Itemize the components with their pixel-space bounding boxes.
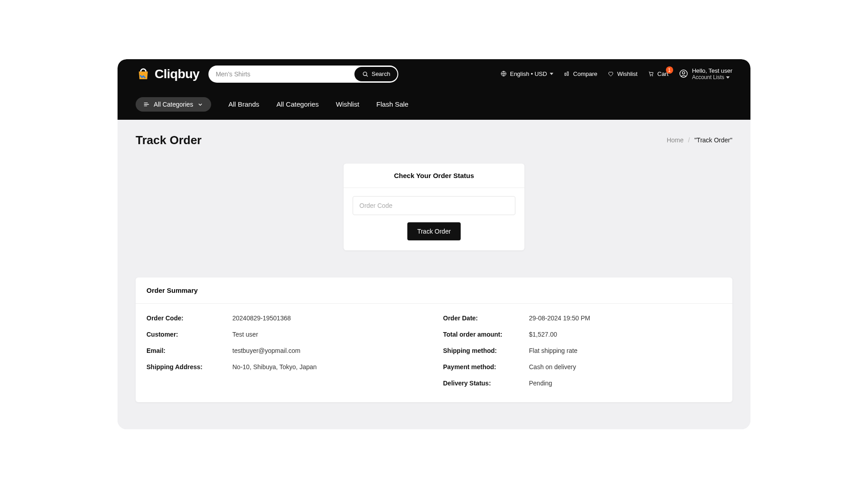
language-currency-selector[interactable]: English • USD — [500, 70, 553, 77]
user-icon — [679, 69, 689, 79]
label-order-code: Order Code: — [146, 314, 232, 322]
track-order-button[interactable]: Track Order — [407, 222, 461, 240]
compare-label: Compare — [573, 70, 597, 77]
value-email: testbuyer@yopmail.com — [232, 347, 425, 354]
label-delivery-status: Delivery Status: — [443, 380, 529, 387]
value-customer: Test user — [232, 331, 425, 338]
page-body: Track Order Home / "Track Order" Check Y… — [118, 120, 750, 429]
menu-icon — [143, 101, 150, 108]
order-summary-heading: Order Summary — [136, 277, 732, 304]
search-button[interactable]: Search — [354, 67, 397, 81]
search-input[interactable] — [216, 70, 354, 78]
summary-row-shipping-address: Shipping Address: No-10, Shibuya, Tokyo,… — [146, 363, 425, 371]
compare-icon — [563, 70, 571, 77]
summary-row-shipping-method: Shipping method: Flat shipping rate — [443, 347, 722, 354]
summary-row-payment-method: Payment method: Cash on delivery — [443, 363, 722, 371]
nav-all-brands[interactable]: All Brands — [228, 100, 259, 108]
chevron-down-icon — [197, 101, 204, 108]
account-menu[interactable]: Hello, Test user Account Lists — [679, 67, 732, 81]
breadcrumb-current: "Track Order" — [694, 136, 732, 144]
nav-all-categories[interactable]: All Categories — [277, 100, 319, 108]
chevron-down-icon — [726, 76, 730, 79]
summary-row-email: Email: testbuyer@yopmail.com — [146, 347, 425, 354]
label-shipping-address: Shipping Address: — [146, 363, 232, 371]
label-email: Email: — [146, 347, 232, 354]
cart-icon — [647, 70, 655, 77]
label-order-date: Order Date: — [443, 314, 529, 322]
wishlist-link[interactable]: Wishlist — [607, 70, 637, 77]
check-status-heading: Check Your Order Status — [344, 164, 524, 188]
summary-column-left: Order Code: 20240829-19501368 Customer: … — [146, 314, 425, 387]
search-bar: Search — [208, 66, 398, 83]
cart-badge: 1 — [666, 66, 673, 74]
heart-icon — [607, 70, 614, 77]
header: Cliqbuy Search English • USD — [118, 59, 750, 120]
account-sub-label: Account Lists — [692, 74, 724, 80]
account-greeting: Hello, Test user — [692, 67, 732, 75]
bag-icon — [136, 66, 151, 82]
summary-row-order-date: Order Date: 29-08-2024 19:50 PM — [443, 314, 722, 322]
label-customer: Customer: — [146, 331, 232, 338]
value-shipping-address: No-10, Shibuya, Tokyo, Japan — [232, 363, 425, 371]
all-categories-pill[interactable]: All Categories — [136, 97, 211, 112]
label-shipping-method: Shipping method: — [443, 347, 529, 354]
brand-name: Cliqbuy — [155, 67, 199, 81]
svg-point-0 — [363, 72, 367, 75]
summary-row-order-code: Order Code: 20240829-19501368 — [146, 314, 425, 322]
nav-flash-sale[interactable]: Flash Sale — [377, 100, 409, 108]
page-title: Track Order — [136, 133, 202, 147]
wishlist-label: Wishlist — [617, 70, 637, 77]
compare-link[interactable]: Compare — [563, 70, 597, 77]
svg-point-7 — [682, 72, 685, 75]
order-summary-card: Order Summary Order Code: 20240829-19501… — [136, 277, 732, 402]
label-total-amount: Total order amount: — [443, 331, 529, 338]
value-shipping-method: Flat shipping rate — [529, 347, 722, 354]
language-label: English • USD — [510, 70, 547, 77]
main-nav: All Categories All Brands All Categories… — [136, 89, 732, 120]
cart-link[interactable]: Cart 1 — [647, 70, 669, 77]
value-total-amount: $1,527.00 — [529, 331, 722, 338]
summary-column-right: Order Date: 29-08-2024 19:50 PM Total or… — [443, 314, 722, 387]
chevron-down-icon — [550, 73, 553, 75]
app-window: Cliqbuy Search English • USD — [118, 59, 750, 429]
nav-wishlist[interactable]: Wishlist — [336, 100, 359, 108]
value-delivery-status: Pending — [529, 380, 722, 387]
svg-rect-2 — [565, 73, 566, 75]
summary-row-delivery-status: Delivery Status: Pending — [443, 380, 722, 387]
breadcrumb-separator: / — [688, 136, 690, 144]
label-payment-method: Payment method: — [443, 363, 529, 371]
breadcrumb: Home / "Track Order" — [667, 136, 732, 144]
order-code-input[interactable] — [353, 196, 515, 215]
search-button-label: Search — [372, 70, 390, 77]
check-status-card: Check Your Order Status Track Order — [344, 164, 524, 250]
globe-icon — [500, 70, 507, 77]
svg-point-5 — [652, 75, 653, 76]
search-icon — [362, 70, 369, 78]
value-payment-method: Cash on delivery — [529, 363, 722, 371]
all-categories-label: All Categories — [154, 101, 193, 108]
breadcrumb-home[interactable]: Home — [667, 136, 684, 144]
value-order-date: 29-08-2024 19:50 PM — [529, 314, 722, 322]
summary-row-customer: Customer: Test user — [146, 331, 425, 338]
svg-point-4 — [650, 75, 651, 76]
summary-row-total-amount: Total order amount: $1,527.00 — [443, 331, 722, 338]
svg-rect-3 — [567, 72, 568, 75]
brand-logo[interactable]: Cliqbuy — [136, 66, 199, 82]
value-order-code: 20240829-19501368 — [232, 314, 425, 322]
